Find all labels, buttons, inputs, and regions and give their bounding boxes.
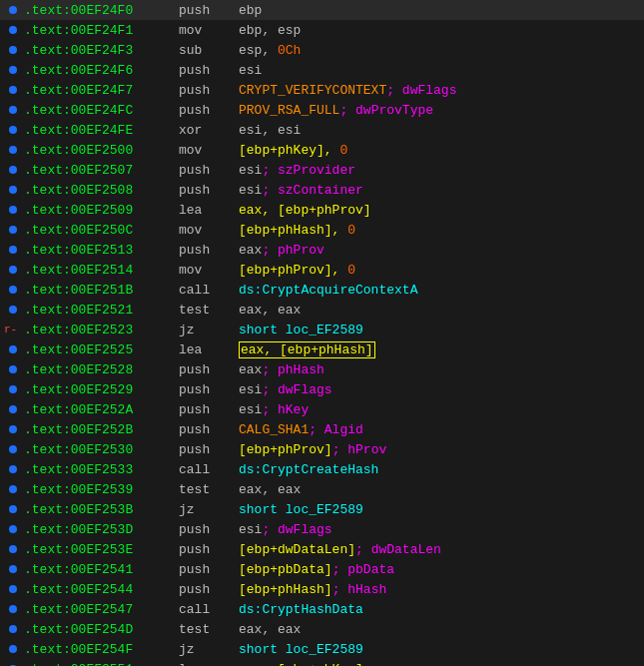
address-label: .text:00EF2530	[24, 442, 179, 457]
dot-icon	[4, 385, 24, 393]
address-label: .text:00EF2514	[24, 263, 179, 278]
operand-part: short loc_EF2589	[239, 323, 363, 337]
mnemonic: push	[179, 582, 239, 597]
comment: ; hProv	[332, 442, 387, 457]
table-row[interactable]: .text:00EF2547callds:CryptHashData	[0, 599, 644, 619]
table-row[interactable]: .text:00EF252BpushCALG_SHA1 ; Algid	[0, 419, 644, 439]
dot-icon	[4, 645, 24, 653]
table-row[interactable]: .text:00EF2551leaeax, [ebp+phKey]	[0, 659, 644, 666]
address-label: .text:00EF24F0	[24, 3, 179, 18]
table-row[interactable]: .text:00EF2539testeax, eax	[0, 479, 644, 499]
table-row[interactable]: .text:00EF251Bcallds:CryptAcquireContext…	[0, 280, 644, 300]
mnemonic: push	[179, 63, 239, 78]
table-row[interactable]: .text:00EF253Bjzshort loc_EF2589	[0, 499, 644, 519]
operand-part: esi	[239, 63, 262, 78]
mnemonic: call	[179, 602, 239, 617]
table-row[interactable]: .text:00EF2509leaeax, [ebp+phProv]	[0, 200, 644, 220]
table-row[interactable]: .text:00EF2528pusheax ; phHash	[0, 359, 644, 379]
table-row[interactable]: .text:00EF2541push[ebp+pbData] ; pbData	[0, 559, 644, 579]
mnemonic: push	[179, 103, 239, 118]
table-row[interactable]: .text:00EF2514mov[ebp+phProv], 0	[0, 260, 644, 280]
dot-icon	[4, 405, 24, 413]
table-row[interactable]: .text:00EF2525leaeax, [ebp+phHash]	[0, 339, 644, 359]
table-row[interactable]: .text:00EF250Cmov[ebp+phHash], 0	[0, 220, 644, 240]
operands: eax	[239, 362, 262, 377]
dot-icon	[4, 166, 24, 174]
operand-part: ebp, esp	[239, 23, 301, 38]
table-row[interactable]: .text:00EF2530push[ebp+phProv] ; hProv	[0, 439, 644, 459]
table-row[interactable]: .text:00EF24F1movebp, esp	[0, 20, 644, 40]
dot-icon	[4, 425, 24, 433]
operands: eax, [ebp+phKey]	[239, 662, 363, 667]
table-row[interactable]: .text:00EF2513pusheax ; phProv	[0, 240, 644, 260]
mnemonic: push	[179, 243, 239, 258]
operand-part: short loc_EF2589	[239, 642, 363, 657]
operand-part: [ebp+phKey],	[239, 143, 339, 158]
dot-icon	[4, 585, 24, 593]
mnemonic: mov	[179, 23, 239, 38]
table-row[interactable]: .text:00EF24F3subesp, 0Ch	[0, 40, 644, 60]
mnemonic: push	[179, 163, 239, 178]
address-label: .text:00EF2541	[24, 562, 179, 577]
table-row[interactable]: .text:00EF254Dtesteax, eax	[0, 619, 644, 639]
mnemonic: xor	[179, 123, 239, 138]
address-label: .text:00EF2523	[24, 323, 179, 337]
operand-part: eax, [ebp+phProv]	[239, 203, 371, 218]
operand-part: PROV_RSA_FULL	[239, 103, 339, 118]
mnemonic: push	[179, 3, 239, 18]
table-row[interactable]: r-.text:00EF2523jzshort loc_EF2589	[0, 320, 644, 339]
operand-part: 0Ch	[278, 43, 301, 58]
mnemonic: lea	[179, 662, 239, 667]
dot-icon	[4, 266, 24, 274]
operand-part: esi	[239, 382, 262, 397]
table-row[interactable]: .text:00EF24FCpushPROV_RSA_FULL ; dwProv…	[0, 100, 644, 120]
operand-part: 0	[347, 223, 355, 238]
dot-icon	[4, 565, 24, 573]
table-row[interactable]: .text:00EF2529pushesi ; dwFlags	[0, 379, 644, 399]
mnemonic: mov	[179, 263, 239, 278]
dot-icon	[4, 26, 24, 34]
operand-part: ds:CryptHashData	[239, 602, 363, 617]
table-row[interactable]: .text:00EF2533callds:CryptCreateHash	[0, 459, 644, 479]
table-row[interactable]: .text:00EF2544push[ebp+phHash] ; hHash	[0, 579, 644, 599]
mnemonic: lea	[179, 342, 239, 357]
dot-icon	[4, 365, 24, 373]
dot-icon	[4, 6, 24, 14]
table-row[interactable]: .text:00EF252Apushesi ; hKey	[0, 399, 644, 419]
operands: esi	[239, 382, 262, 397]
operands: [ebp+phProv]	[239, 442, 332, 457]
table-row[interactable]: .text:00EF24FExoresi, esi	[0, 120, 644, 140]
address-label: .text:00EF2507	[24, 163, 179, 178]
comment: ; szProvider	[262, 163, 355, 178]
operands: short loc_EF2589	[239, 502, 363, 517]
address-label: .text:00EF2539	[24, 482, 179, 497]
operand-part: ds:CryptAcquireContextA	[239, 283, 417, 298]
operands: ebp	[239, 3, 262, 18]
table-row[interactable]: .text:00EF24F0pushebp	[0, 0, 644, 20]
table-row[interactable]: .text:00EF2500mov[ebp+phKey], 0	[0, 140, 644, 160]
disassembly-view[interactable]: .text:00EF24F0pushebp.text:00EF24F1moveb…	[0, 0, 644, 666]
table-row[interactable]: .text:00EF254Fjzshort loc_EF2589	[0, 639, 644, 659]
table-row[interactable]: .text:00EF24F7pushCRYPT_VERIFYCONTEXT ; …	[0, 80, 644, 100]
operand-part: ebp	[239, 3, 262, 18]
mnemonic: push	[179, 442, 239, 457]
table-row[interactable]: .text:00EF2521testeax, eax	[0, 300, 644, 320]
table-row[interactable]: .text:00EF253Epush[ebp+dwDataLen] ; dwDa…	[0, 539, 644, 559]
address-label: .text:00EF253D	[24, 522, 179, 537]
operand-part: esi	[239, 163, 262, 178]
table-row[interactable]: .text:00EF2508pushesi ; szContainer	[0, 180, 644, 200]
address-label: .text:00EF24FC	[24, 103, 179, 118]
operands: ds:CryptAcquireContextA	[239, 283, 417, 298]
table-row[interactable]: .text:00EF253Dpushesi ; dwFlags	[0, 519, 644, 539]
address-label: .text:00EF254F	[24, 642, 179, 657]
mnemonic: push	[179, 522, 239, 537]
operands: esi	[239, 402, 262, 417]
dot-icon	[4, 605, 24, 613]
operands: eax, [ebp+phHash]	[239, 342, 375, 357]
operands: short loc_EF2589	[239, 642, 363, 657]
arrow-icon: r-	[4, 324, 24, 335]
table-row[interactable]: .text:00EF2507pushesi ; szProvider	[0, 160, 644, 180]
operand-part: eax, [ebp+phHash]	[239, 341, 375, 358]
mnemonic: push	[179, 83, 239, 98]
table-row[interactable]: .text:00EF24F6pushesi	[0, 60, 644, 80]
